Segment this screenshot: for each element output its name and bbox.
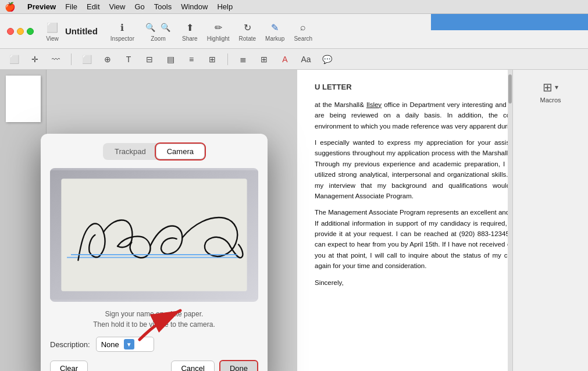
macros-button[interactable]: ⊞▾ Macros (535, 76, 565, 108)
zoom-in-icon: 🔍 (159, 20, 173, 34)
page-layout-btn[interactable]: ▤ (162, 52, 179, 66)
clear-button[interactable]: Clear (50, 361, 88, 371)
apple-menu[interactable]: 🍎 (5, 2, 16, 12)
menu-go[interactable]: Go (134, 2, 144, 11)
done-button[interactable]: Done (219, 360, 258, 371)
scrollbar[interactable] (508, 70, 512, 371)
menu-edit[interactable]: Edit (87, 2, 99, 11)
camera-instructions: Sign your name on white paper. Then hold… (50, 309, 258, 330)
menu-view[interactable]: View (109, 2, 126, 11)
zoom-label: Zoom (151, 35, 166, 42)
share-group[interactable]: ⬆ Share (179, 20, 201, 42)
macros-label: Macros (540, 97, 561, 104)
description-row: Description: None ▼ (50, 337, 258, 352)
main-area: U LETTER at the Marshall& Ilsley office … (0, 70, 588, 371)
rotate-group[interactable]: ↻ Rotate (236, 20, 259, 42)
traffic-lights (7, 28, 34, 35)
font-size-btn[interactable]: Aa (298, 52, 314, 66)
view-label: View (46, 35, 59, 42)
adjust-btn[interactable]: ≡ (183, 52, 199, 66)
maximize-button[interactable] (27, 28, 34, 35)
view-group[interactable]: ⬜ View (42, 20, 63, 42)
menu-tools[interactable]: Tools (154, 2, 172, 11)
menu-help[interactable]: Help (217, 2, 233, 11)
trackpad-tab[interactable]: Trackpad (104, 144, 156, 159)
cancel-button[interactable]: Cancel (171, 361, 214, 371)
description-select[interactable]: None ▼ (96, 337, 154, 352)
macros-icon: ⊞▾ (543, 80, 558, 94)
color-btn[interactable]: A (277, 52, 293, 66)
camera-viewfinder (50, 168, 258, 302)
rotate-icon: ↻ (240, 20, 254, 34)
view-icon: ⬜ (45, 20, 59, 34)
share-icon: ⬆ (183, 20, 197, 34)
menubar: 🍎 Preview File Edit View Go Tools Window… (0, 0, 588, 14)
comment-btn[interactable]: 💬 (319, 52, 335, 66)
selection-tool-btn[interactable]: ✛ (27, 52, 43, 66)
zoom-group[interactable]: 🔍 🔍 Zoom (140, 20, 176, 42)
blue-bar (431, 14, 588, 30)
markup-icon: ✎ (268, 20, 282, 34)
highlight-icon: ✏ (211, 20, 225, 34)
secondary-toolbar: ⬜ ✛ 〰 ⬜ ⊕ T ⊟ ▤ ≡ ⊞ ≣ ⊞ A Aa 💬 (0, 49, 588, 70)
close-button[interactable] (7, 28, 14, 35)
highlight-label: Highlight (207, 35, 230, 42)
signature-display (50, 168, 258, 302)
inspector-label: Inspector (111, 35, 134, 42)
signature-dialog: Trackpad Camera (41, 134, 268, 371)
page-view-btn[interactable]: ⬜ (79, 52, 95, 66)
document-title: Untitled (65, 26, 98, 36)
camera-tab[interactable]: Camera (156, 144, 204, 159)
zoom-control-btn[interactable]: ⊕ (99, 52, 116, 66)
description-label: Description: (50, 340, 90, 349)
page-thumbnail[interactable] (6, 76, 41, 122)
rotate-label: Rotate (239, 35, 256, 42)
text-format-btn[interactable]: ⊟ (141, 52, 158, 66)
table-btn[interactable]: ⊞ (256, 52, 272, 66)
dialog-tabs: Trackpad Camera (103, 143, 205, 160)
select-arrow-icon: ▼ (124, 339, 134, 349)
scrollbar-thumb[interactable] (508, 74, 512, 104)
app-name[interactable]: Preview (27, 2, 56, 11)
camera-guideline (71, 254, 237, 255)
inspector-group[interactable]: ℹ Inspector (107, 20, 138, 42)
zoom-out-icon: 🔍 (144, 20, 158, 34)
inspector-icon: ℹ (115, 20, 129, 34)
toolbar: ⬜ View Untitled ℹ Inspector 🔍 🔍 Zoom ⬆ S… (0, 14, 588, 49)
dialog-buttons: Clear Cancel Done (50, 360, 258, 371)
align-btn[interactable]: ≣ (235, 52, 251, 66)
search-label: Search (294, 35, 312, 42)
search-group[interactable]: ⌕ Search (290, 20, 316, 42)
type-tool-btn[interactable]: T (120, 52, 137, 66)
minimize-button[interactable] (17, 28, 24, 35)
document-title-group: Untitled (65, 26, 98, 36)
right-panel: ⊞▾ Macros (512, 70, 588, 371)
markup-group[interactable]: ✎ Markup (262, 20, 288, 42)
description-value: None (101, 340, 119, 349)
lasso-tool-btn[interactable]: 〰 (48, 52, 64, 66)
share-label: Share (182, 35, 198, 42)
markup-label: Markup (265, 35, 284, 42)
menu-file[interactable]: File (65, 2, 77, 11)
search-icon: ⌕ (296, 20, 310, 34)
sidebar-toggle-btn[interactable]: ⬜ (6, 52, 22, 66)
grid-btn[interactable]: ⊞ (204, 52, 220, 66)
highlight-group[interactable]: ✏ Highlight (204, 20, 233, 42)
menu-window[interactable]: Window (181, 2, 208, 11)
